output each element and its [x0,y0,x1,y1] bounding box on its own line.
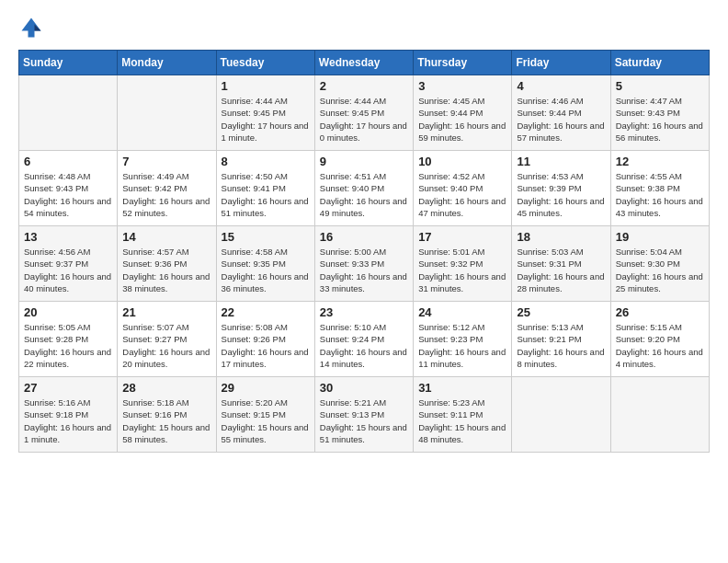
calendar-week-row: 6Sunrise: 4:48 AM Sunset: 9:43 PM Daylig… [19,151,710,226]
calendar-cell: 10Sunrise: 4:52 AM Sunset: 9:40 PM Dayli… [414,151,512,226]
calendar-cell: 1Sunrise: 4:44 AM Sunset: 9:45 PM Daylig… [216,75,314,151]
day-number: 19 [616,230,704,244]
day-info: Sunrise: 5:04 AM Sunset: 9:30 PM Dayligh… [616,246,704,294]
calendar-table: SundayMondayTuesdayWednesdayThursdayFrid… [18,50,710,453]
calendar-cell: 26Sunrise: 5:15 AM Sunset: 9:20 PM Dayli… [610,302,709,377]
calendar-cell: 3Sunrise: 4:45 AM Sunset: 9:44 PM Daylig… [414,75,512,151]
calendar-cell [19,75,118,151]
calendar-cell: 22Sunrise: 5:08 AM Sunset: 9:26 PM Dayli… [216,302,314,377]
day-info: Sunrise: 4:52 AM Sunset: 9:40 PM Dayligh… [418,170,506,219]
day-info: Sunrise: 5:16 AM Sunset: 9:18 PM Dayligh… [24,396,112,445]
calendar-cell: 5Sunrise: 4:47 AM Sunset: 9:43 PM Daylig… [610,75,709,151]
page-header [18,15,710,40]
day-number: 12 [616,155,704,168]
svg-marker-0 [22,18,41,38]
day-number: 17 [418,230,506,244]
logo-icon [18,15,44,40]
calendar-cell: 13Sunrise: 4:56 AM Sunset: 9:37 PM Dayli… [19,226,118,302]
calendar-cell: 19Sunrise: 5:04 AM Sunset: 9:30 PM Dayli… [610,226,709,302]
day-info: Sunrise: 4:44 AM Sunset: 9:45 PM Dayligh… [320,95,408,144]
calendar-week-row: 13Sunrise: 4:56 AM Sunset: 9:37 PM Dayli… [19,226,710,302]
day-info: Sunrise: 4:53 AM Sunset: 9:39 PM Dayligh… [517,170,605,219]
day-number: 20 [24,305,112,319]
day-info: Sunrise: 4:49 AM Sunset: 9:42 PM Dayligh… [122,170,210,219]
calendar-cell: 9Sunrise: 4:51 AM Sunset: 9:40 PM Daylig… [314,151,413,226]
day-number: 1 [222,79,310,93]
column-header-tuesday: Tuesday [216,51,314,75]
day-info: Sunrise: 4:55 AM Sunset: 9:38 PM Dayligh… [616,170,704,219]
day-info: Sunrise: 5:18 AM Sunset: 9:16 PM Dayligh… [122,396,210,445]
day-info: Sunrise: 5:07 AM Sunset: 9:27 PM Dayligh… [122,321,210,370]
day-info: Sunrise: 4:44 AM Sunset: 9:45 PM Dayligh… [222,95,310,144]
day-number: 27 [24,381,112,395]
calendar-cell: 14Sunrise: 4:57 AM Sunset: 9:36 PM Dayli… [118,226,216,302]
day-number: 9 [320,155,408,168]
day-info: Sunrise: 5:21 AM Sunset: 9:13 PM Dayligh… [320,396,408,445]
day-number: 10 [418,155,506,168]
day-number: 7 [122,155,210,168]
calendar-cell: 21Sunrise: 5:07 AM Sunset: 9:27 PM Dayli… [118,302,216,377]
day-info: Sunrise: 4:46 AM Sunset: 9:44 PM Dayligh… [517,95,605,144]
calendar-cell: 23Sunrise: 5:10 AM Sunset: 9:24 PM Dayli… [314,302,413,377]
day-info: Sunrise: 4:56 AM Sunset: 9:37 PM Dayligh… [24,246,112,294]
day-info: Sunrise: 4:48 AM Sunset: 9:43 PM Dayligh… [24,170,112,219]
day-info: Sunrise: 5:08 AM Sunset: 9:26 PM Dayligh… [222,321,310,370]
day-info: Sunrise: 5:12 AM Sunset: 9:23 PM Dayligh… [418,321,506,370]
day-number: 23 [320,305,408,319]
calendar-cell [118,75,216,151]
day-info: Sunrise: 4:50 AM Sunset: 9:41 PM Dayligh… [222,170,310,219]
day-info: Sunrise: 5:03 AM Sunset: 9:31 PM Dayligh… [517,246,605,294]
calendar-cell: 20Sunrise: 5:05 AM Sunset: 9:28 PM Dayli… [19,302,118,377]
svg-marker-1 [35,25,41,31]
day-number: 24 [418,305,506,319]
day-number: 11 [517,155,605,168]
day-info: Sunrise: 4:45 AM Sunset: 9:44 PM Dayligh… [418,95,506,144]
calendar-cell: 24Sunrise: 5:12 AM Sunset: 9:23 PM Dayli… [414,302,512,377]
day-info: Sunrise: 5:13 AM Sunset: 9:21 PM Dayligh… [517,321,605,370]
day-number: 13 [24,230,112,244]
day-number: 5 [616,79,704,93]
calendar-cell: 7Sunrise: 4:49 AM Sunset: 9:42 PM Daylig… [118,151,216,226]
calendar-cell [512,377,610,453]
column-header-friday: Friday [512,51,610,75]
column-header-wednesday: Wednesday [314,51,413,75]
day-number: 6 [24,155,112,168]
day-number: 3 [418,79,506,93]
calendar-cell: 4Sunrise: 4:46 AM Sunset: 9:44 PM Daylig… [512,75,610,151]
day-info: Sunrise: 5:10 AM Sunset: 9:24 PM Dayligh… [320,321,408,370]
day-info: Sunrise: 5:23 AM Sunset: 9:11 PM Dayligh… [418,396,506,445]
calendar-cell: 25Sunrise: 5:13 AM Sunset: 9:21 PM Dayli… [512,302,610,377]
calendar-cell: 28Sunrise: 5:18 AM Sunset: 9:16 PM Dayli… [118,377,216,453]
calendar-cell: 30Sunrise: 5:21 AM Sunset: 9:13 PM Dayli… [314,377,413,453]
calendar-cell: 29Sunrise: 5:20 AM Sunset: 9:15 PM Dayli… [216,377,314,453]
calendar-cell: 11Sunrise: 4:53 AM Sunset: 9:39 PM Dayli… [512,151,610,226]
day-info: Sunrise: 4:57 AM Sunset: 9:36 PM Dayligh… [122,246,210,294]
column-header-sunday: Sunday [19,51,118,75]
day-info: Sunrise: 4:47 AM Sunset: 9:43 PM Dayligh… [616,95,704,144]
calendar-cell: 15Sunrise: 4:58 AM Sunset: 9:35 PM Dayli… [216,226,314,302]
day-number: 15 [222,230,310,244]
day-number: 30 [320,381,408,395]
calendar-week-row: 1Sunrise: 4:44 AM Sunset: 9:45 PM Daylig… [19,75,710,151]
day-info: Sunrise: 5:00 AM Sunset: 9:33 PM Dayligh… [320,246,408,294]
calendar-cell: 18Sunrise: 5:03 AM Sunset: 9:31 PM Dayli… [512,226,610,302]
calendar-cell: 8Sunrise: 4:50 AM Sunset: 9:41 PM Daylig… [216,151,314,226]
day-number: 16 [320,230,408,244]
day-number: 25 [517,305,605,319]
day-info: Sunrise: 5:05 AM Sunset: 9:28 PM Dayligh… [24,321,112,370]
calendar-cell: 27Sunrise: 5:16 AM Sunset: 9:18 PM Dayli… [19,377,118,453]
day-number: 28 [122,381,210,395]
calendar-cell: 31Sunrise: 5:23 AM Sunset: 9:11 PM Dayli… [414,377,512,453]
calendar-week-row: 20Sunrise: 5:05 AM Sunset: 9:28 PM Dayli… [19,302,710,377]
calendar-cell [610,377,709,453]
column-header-monday: Monday [118,51,216,75]
day-info: Sunrise: 5:15 AM Sunset: 9:20 PM Dayligh… [616,321,704,370]
day-number: 8 [222,155,310,168]
calendar-header-row: SundayMondayTuesdayWednesdayThursdayFrid… [19,51,710,75]
day-info: Sunrise: 4:51 AM Sunset: 9:40 PM Dayligh… [320,170,408,219]
day-number: 2 [320,79,408,93]
day-info: Sunrise: 4:58 AM Sunset: 9:35 PM Dayligh… [222,246,310,294]
calendar-cell: 16Sunrise: 5:00 AM Sunset: 9:33 PM Dayli… [314,226,413,302]
calendar-cell: 6Sunrise: 4:48 AM Sunset: 9:43 PM Daylig… [19,151,118,226]
day-number: 31 [418,381,506,395]
